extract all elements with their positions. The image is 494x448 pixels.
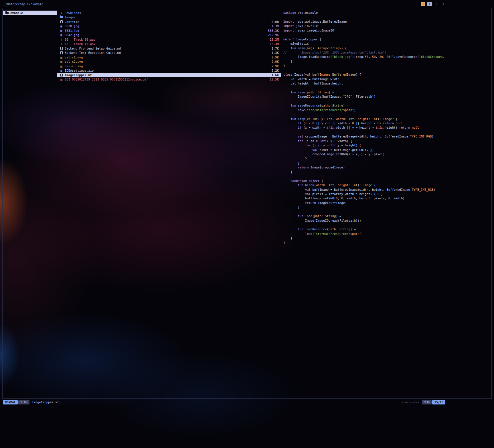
file-row[interactable]: Images <box>57 15 281 20</box>
file-row[interactable]: ↓Downloads <box>57 11 281 15</box>
code-token: height) { <box>345 144 361 147</box>
code-token: ) <box>379 121 383 125</box>
kotlin-file-icon <box>59 74 64 76</box>
code-token: String <box>339 227 350 231</box>
code-token <box>283 121 298 125</box>
code-line <box>283 112 489 117</box>
file-row[interactable]: Backend_Test_Execution_Guide.md1.3K <box>57 51 281 55</box>
file-row[interactable]: ▧cal-c3.svg2.9K <box>57 64 281 68</box>
code-token: fun <box>291 46 298 50</box>
current-dir-panel: ↓DownloadsImages.dotfile0.0B▦0028.jpg1.3… <box>57 8 281 398</box>
download-folder-icon: ↓ <box>59 11 64 15</box>
file-name: 0042.jpg <box>65 33 266 37</box>
code-token: { <box>319 179 323 182</box>
code-line: return Image(croppedImage) <box>283 165 489 170</box>
code-token: || <box>314 121 321 125</box>
code-token: if <box>298 121 303 125</box>
code-token: path <box>329 227 336 231</box>
folder-icon <box>5 12 9 14</box>
tab[interactable]: 1 <box>421 2 425 6</box>
code-token: "src/main/resources/ <box>314 232 350 235</box>
code-token: Image(croppedImage) <box>311 166 345 169</box>
code-token: Int <box>312 117 318 121</box>
file-row[interactable]: .dotfile0.0B <box>57 19 281 24</box>
code-token: width <box>338 121 347 125</box>
status-bar: NORMAL 1.6K ImageCropper.kt -rw-r--r-- 9… <box>2 400 445 405</box>
svg-icon: ▧ <box>59 60 64 63</box>
code-token <box>283 82 291 85</box>
code-view[interactable]: package org.exampleimport java.awt.image… <box>283 11 489 245</box>
file-row[interactable]: ImageCropper.kt1.6K <box>57 73 281 77</box>
code-token: BufferedImage(width, height, BufferedIma… <box>332 135 410 138</box>
code-token: val <box>298 135 305 138</box>
code-token: : <box>345 117 349 121</box>
file-row[interactable]: ▦0031.jpg586.3K <box>57 28 281 33</box>
code-token: 20 <box>386 55 390 58</box>
file-row[interactable]: Backend_Frontend_Setup_Guide.md1.7K <box>57 46 281 51</box>
code-token: pixels <box>312 192 323 196</box>
code-token: = <box>327 135 332 138</box>
code-token: (j <box>312 144 318 147</box>
code-token: Image(ImageIO.read(File(path))) <box>283 219 361 222</box>
file-row[interactable]: ▨SBI_0032013739_2023_DE05_0003155631Invo… <box>57 77 281 82</box>
code-token: ImageCropper { <box>296 38 321 41</box>
code-line: val height = buffImage.height <box>283 81 489 86</box>
code-line: } <box>283 59 489 64</box>
code-token: < <box>307 121 312 125</box>
code-line: Image.loadResource("black.jpg").crop(50,… <box>283 55 489 59</box>
code-token: 50 <box>372 55 376 58</box>
code-token: } <box>379 192 383 196</box>
file-row[interactable]: ▦0028.jpg1.3M <box>57 24 281 29</box>
file-name: Images <box>65 15 276 19</box>
file-size: 212.9K <box>268 33 279 37</box>
code-token: ) <box>432 135 433 138</box>
code-line <box>283 174 489 178</box>
code-token: org.example <box>298 11 318 14</box>
code-token: ImageIO.write(buffImage, <box>283 95 343 98</box>
code-token: if <box>298 126 303 129</box>
code-token <box>283 214 298 218</box>
code-token: height) { <box>359 192 378 196</box>
code-token: fun <box>291 117 298 121</box>
code-token: buffImage.height <box>314 82 343 85</box>
code-token: (i <box>305 139 311 143</box>
file-row[interactable]: ▦0042.jpg212.9K <box>57 33 281 38</box>
file-row[interactable]: ▧cal-c2.svg2.9K <box>57 60 281 64</box>
file-row[interactable]: ▧cal-c1.svg2.9K <box>57 55 281 60</box>
file-name: cal-c3.svg <box>65 64 269 68</box>
code-token: Image.loadResource( <box>283 55 332 58</box>
file-row[interactable]: ♪15 - Track 15.wav15.3M <box>57 42 281 46</box>
code-line: val croppedImage = BufferedImage(width, … <box>283 134 489 139</box>
code-token: ) { <box>341 46 347 50</box>
code-token: ): <box>378 117 383 121</box>
zip-icon: ⊟ <box>59 69 64 72</box>
code-token: return <box>298 166 311 169</box>
permissions-text: -rw-r--r-- <box>401 400 419 404</box>
tab[interactable]: 3 <box>441 2 445 6</box>
code-token: : <box>329 73 332 76</box>
code-token: croppedImage.setRGB(i <box>283 152 350 156</box>
code-token: : <box>336 227 339 231</box>
code-line <box>283 15 489 19</box>
code-token: croppedImage <box>305 135 327 138</box>
dir-name: example <box>10 11 55 15</box>
preview-panel[interactable]: package org.exampleimport java.awt.image… <box>281 8 491 398</box>
code-line: fun load(path: String) = <box>283 214 489 218</box>
file-row[interactable]: ⊟IDEAsettings.zip5.2K <box>57 68 281 73</box>
file-size: 1.6K <box>272 73 279 77</box>
tab[interactable]: 1 <box>427 2 432 6</box>
code-token: crop <box>298 117 305 121</box>
code-token: || <box>330 121 337 125</box>
code-token: buffImage.getRGB(i, j) <box>334 148 374 152</box>
code-token: || <box>345 126 352 129</box>
tab[interactable]: 2 <box>434 2 438 6</box>
code-token: String <box>325 214 336 218</box>
code-token: BufferedImage <box>332 73 356 76</box>
file-row[interactable]: ♪09 - Track 09.wav15.3M <box>57 37 281 42</box>
code-token: , <box>376 55 379 58</box>
code-token <box>283 183 298 187</box>
parent-dir-item[interactable]: example <box>3 11 57 15</box>
code-token <box>283 104 291 107</box>
code-token: java.awt.image.BufferedImage <box>296 20 347 23</box>
code-token: , <box>334 183 338 187</box>
